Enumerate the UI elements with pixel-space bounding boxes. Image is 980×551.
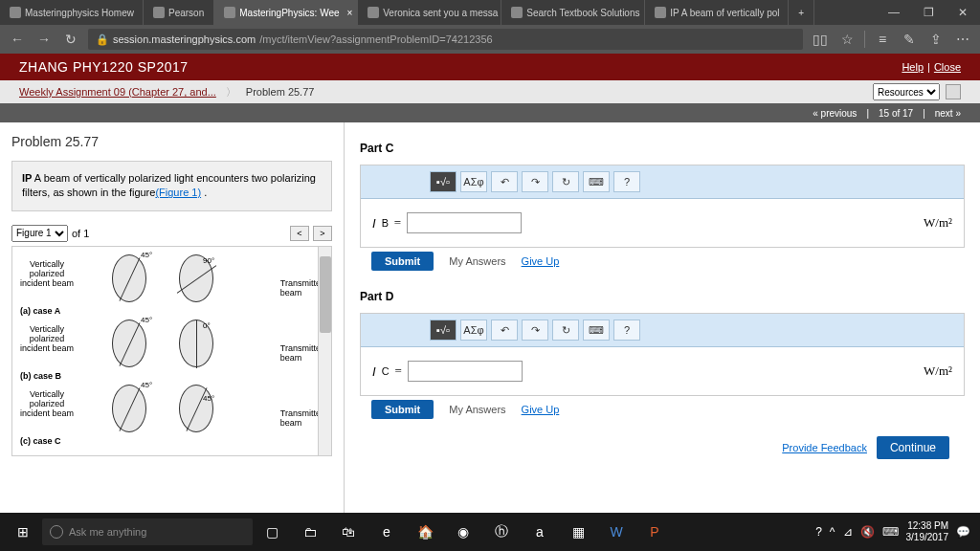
address-bar: ← → ↻ 🔒 session.masteringphysics.com/myc… — [0, 25, 980, 54]
edge-icon[interactable]: e — [368, 516, 406, 548]
template-icon[interactable]: ▪√▫ — [430, 171, 457, 192]
notifications-icon[interactable]: 💬 — [956, 525, 970, 539]
submit-button[interactable]: Submit — [371, 252, 434, 271]
part-label: Part C — [360, 142, 965, 155]
give-up-link[interactable]: Give Up — [522, 404, 560, 415]
figure-prev-icon[interactable]: < — [290, 226, 309, 241]
keyboard-tray-icon[interactable]: ⌨ — [882, 525, 899, 539]
problem-title: Problem 25.77 — [11, 134, 332, 149]
close-window-icon[interactable]: ✕ — [946, 0, 980, 25]
help-link[interactable]: Help — [902, 61, 924, 73]
home-icon[interactable]: 🏠 — [406, 516, 444, 548]
answer-box: ▪√▫ ΑΣφ ↶ ↷ ↻ ⌨ ? IC = W/m² — [360, 313, 965, 396]
answer-input[interactable] — [407, 212, 522, 233]
template-icon[interactable]: ▪√▫ — [430, 320, 457, 341]
url-input[interactable]: 🔒 session.masteringphysics.com/myct/item… — [88, 29, 803, 50]
problem-description: IP A beam of vertically polarized light … — [11, 161, 332, 211]
system-tray: ? ^ ⊿ 🔇 ⌨ 12:38 PM 3/19/2017 💬 — [815, 520, 976, 543]
position-text: 15 of 17 — [879, 108, 913, 119]
store-icon[interactable]: 🛍 — [329, 516, 368, 548]
unit-label: W/m² — [924, 364, 952, 379]
notes-icon[interactable]: ✎ — [900, 30, 919, 49]
undo-icon[interactable]: ↶ — [491, 320, 518, 341]
greek-icon[interactable]: ΑΣφ — [460, 171, 487, 192]
answer-panel: Part C ▪√▫ ΑΣφ ↶ ↷ ↻ ⌨ ? IB = W/m² Submi… — [345, 122, 980, 513]
task-view-icon[interactable]: ▢ — [253, 516, 291, 548]
browser-tab[interactable]: Search Textbook Solutions — [501, 0, 645, 25]
next-link[interactable]: next » — [935, 108, 961, 119]
help-icon[interactable]: ? — [613, 171, 640, 192]
figure-select[interactable]: Figure 1 — [11, 225, 68, 242]
chrome-icon[interactable]: ◉ — [444, 516, 482, 548]
new-tab-button[interactable]: + — [789, 0, 814, 25]
reset-icon[interactable]: ↻ — [552, 320, 579, 341]
reading-view-icon[interactable]: ▯▯ — [811, 30, 830, 49]
keyboard-icon[interactable]: ⌨ — [583, 320, 610, 341]
answer-box: ▪√▫ ΑΣφ ↶ ↷ ↻ ⌨ ? IB = W/m² — [360, 165, 965, 248]
greek-icon[interactable]: ΑΣφ — [460, 320, 487, 341]
share-icon[interactable]: ⇪ — [926, 30, 946, 49]
answer-toolbar: ▪√▫ ΑΣφ ↶ ↷ ↻ ⌨ ? — [361, 165, 964, 199]
file-explorer-icon[interactable]: 🗀 — [291, 516, 329, 548]
answer-input[interactable] — [408, 361, 523, 382]
course-header: ZHANG PHY1220 SP2017 Help | Close — [0, 54, 980, 80]
close-icon[interactable]: × — [347, 8, 353, 18]
close-link[interactable]: Close — [934, 61, 961, 73]
beam-label: Verticallypolarizedincident beam — [20, 260, 74, 289]
browser-tab[interactable]: Pearson — [144, 0, 214, 25]
browser-tab-strip: Masteringphysics Homew Pearson Mastering… — [0, 0, 980, 25]
keyboard-icon[interactable]: ⌨ — [583, 171, 610, 192]
browser-tab[interactable]: IP A beam of vertically pol — [645, 0, 789, 25]
browser-tab[interactable]: Veronica sent you a messa — [358, 0, 501, 25]
powerpoint-icon[interactable]: P — [635, 516, 674, 548]
problem-nav: « previous | 15 of 17 | next » — [0, 103, 980, 122]
provide-feedback-link[interactable]: Provide Feedback — [782, 442, 867, 453]
word-icon[interactable]: W — [597, 516, 635, 548]
hub-icon[interactable]: ≡ — [873, 30, 892, 49]
previous-link[interactable]: « previous — [813, 108, 857, 119]
amazon-icon[interactable]: a — [521, 516, 559, 548]
give-up-link[interactable]: Give Up — [522, 255, 560, 267]
resources-select[interactable]: Resources — [873, 83, 940, 100]
favorite-icon[interactable]: ☆ — [837, 30, 857, 49]
problem-panel: Problem 25.77 IP A beam of vertically po… — [0, 122, 345, 513]
redo-icon[interactable]: ↷ — [522, 320, 548, 341]
wifi-icon[interactable]: ⊿ — [843, 525, 853, 539]
figure-next-icon[interactable]: > — [313, 226, 332, 241]
help-icon[interactable]: ? — [613, 320, 640, 341]
browser-tab[interactable]: Masteringphysics Homew — [0, 0, 144, 25]
hp-icon[interactable]: ⓗ — [482, 516, 521, 548]
more-icon[interactable]: ⋯ — [953, 30, 972, 49]
favicon-icon — [655, 7, 666, 18]
print-icon[interactable] — [946, 84, 961, 99]
clock[interactable]: 12:38 PM 3/19/2017 — [906, 520, 949, 543]
photos-icon[interactable]: ▦ — [559, 516, 597, 548]
refresh-icon[interactable]: ↻ — [61, 30, 80, 49]
my-answers-link[interactable]: My Answers — [449, 255, 505, 267]
chevron-up-icon[interactable]: ^ — [830, 525, 835, 539]
part-label: Part D — [360, 290, 965, 303]
browser-tab-active[interactable]: MasteringPhysics: Wee× — [214, 0, 358, 25]
help-tray-icon[interactable]: ? — [815, 525, 822, 539]
favicon-icon — [10, 7, 21, 18]
breadcrumb-assignment-link[interactable]: Weekly Assignment 09 (Chapter 27, and... — [19, 86, 216, 98]
start-icon[interactable]: ⊞ — [4, 516, 42, 548]
minimize-icon[interactable]: — — [877, 0, 911, 25]
redo-icon[interactable]: ↷ — [522, 171, 548, 192]
undo-icon[interactable]: ↶ — [491, 171, 518, 192]
figure-link[interactable]: (Figure 1) — [155, 187, 201, 198]
reset-icon[interactable]: ↻ — [552, 171, 579, 192]
figure-scrollbar[interactable] — [318, 247, 331, 455]
breadcrumb: Weekly Assignment 09 (Chapter 27, and...… — [0, 80, 980, 103]
course-title: ZHANG PHY1220 SP2017 — [19, 59, 189, 75]
figure-box: Verticallypolarizedincident beam 45° 90°… — [11, 246, 332, 456]
volume-icon[interactable]: 🔇 — [860, 525, 875, 539]
back-icon[interactable]: ← — [8, 30, 27, 49]
my-answers-link[interactable]: My Answers — [449, 404, 505, 415]
cortana-search[interactable]: Ask me anything — [42, 518, 253, 545]
breadcrumb-current: Problem 25.77 — [246, 86, 315, 98]
maximize-icon[interactable]: ❐ — [911, 0, 946, 25]
submit-button[interactable]: Submit — [371, 400, 434, 419]
continue-button[interactable]: Continue — [877, 436, 949, 459]
forward-icon[interactable]: → — [34, 30, 54, 49]
